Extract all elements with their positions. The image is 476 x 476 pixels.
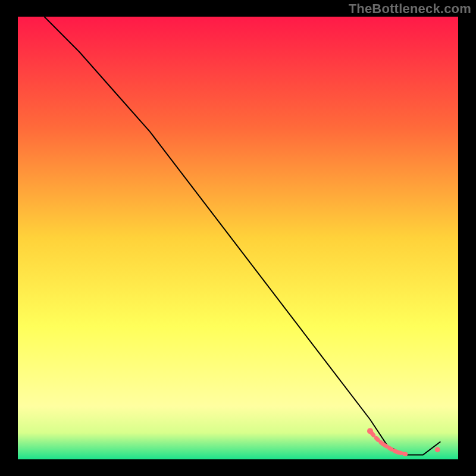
watermark: TheBottleneck.com bbox=[349, 1, 471, 17]
svg-point-1 bbox=[435, 447, 440, 452]
line-chart bbox=[0, 0, 476, 476]
svg-point-0 bbox=[367, 428, 373, 434]
plot-background bbox=[18, 17, 458, 459]
chart-container: { "watermark": "TheBottleneck.com", "cha… bbox=[0, 0, 476, 476]
